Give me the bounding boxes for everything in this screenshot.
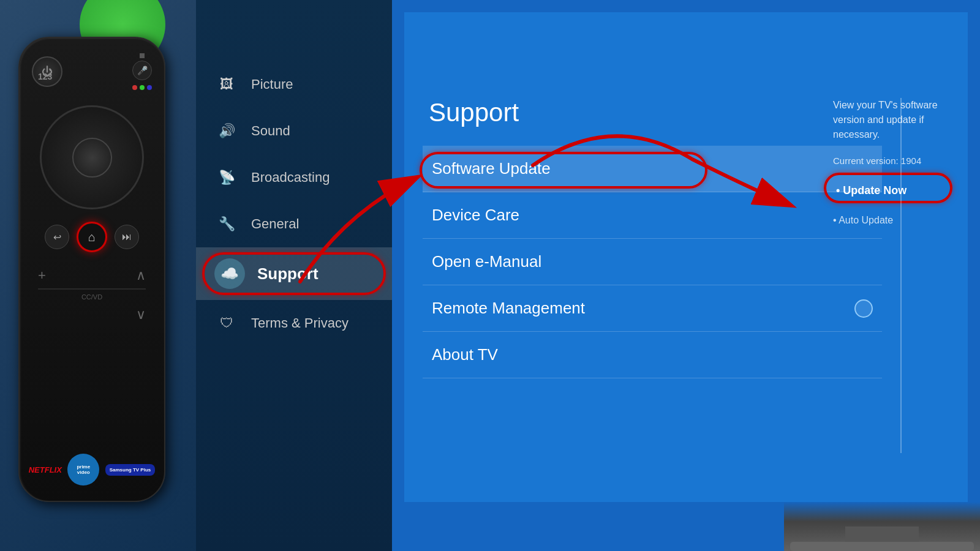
device-care-item[interactable]: Device Care bbox=[423, 192, 882, 239]
samsung-button[interactable]: Samsung TV Plus bbox=[105, 464, 156, 476]
picture-label: Picture bbox=[251, 77, 293, 92]
remote-management-toggle[interactable] bbox=[854, 299, 873, 318]
picture-icon: 🖼 bbox=[214, 72, 239, 97]
tv-stand bbox=[784, 502, 980, 551]
remote-control: 123 ⏻ 🎤 ↩ ⌂ ⏭ bbox=[18, 37, 178, 527]
open-emanual-item[interactable]: Open e-Manual bbox=[423, 239, 882, 285]
up-button[interactable]: ∧ bbox=[136, 268, 146, 283]
plus-button[interactable]: + bbox=[38, 268, 46, 283]
about-tv-label: About TV bbox=[432, 345, 498, 364]
info-panel: View your TV's software version and upda… bbox=[833, 98, 949, 228]
forward-button[interactable]: ⏭ bbox=[115, 225, 139, 249]
software-update-item[interactable]: Software Update bbox=[423, 146, 882, 192]
support-title: Support bbox=[423, 98, 882, 127]
tv-screen-panel: Support Software Update Device Care Open… bbox=[392, 0, 980, 551]
support-icon: ☁️ bbox=[214, 258, 245, 289]
settings-menu: 🖼 Picture 🔊 Sound 📡 Broadcasting 🔧 Gener… bbox=[196, 0, 404, 347]
emanual-label: Open e-Manual bbox=[432, 252, 541, 271]
info-description: View your TV's software version and upda… bbox=[833, 98, 949, 142]
sidebar-item-broadcasting[interactable]: 📡 Broadcasting bbox=[196, 154, 404, 201]
support-menu-list: Software Update Device Care Open e-Manua… bbox=[423, 146, 882, 378]
prime-label: prime video bbox=[70, 464, 97, 475]
terms-label: Terms & Privacy bbox=[251, 315, 349, 331]
sidebar-item-support[interactable]: ☁️ Support bbox=[196, 247, 404, 300]
nav-center-button[interactable] bbox=[72, 138, 112, 178]
sidebar-item-general[interactable]: 🔧 General bbox=[196, 201, 404, 247]
remote-management-label: Remote Management bbox=[432, 299, 585, 318]
samsung-label: Samsung TV Plus bbox=[110, 467, 151, 473]
remote-body: 123 ⏻ 🎤 ↩ ⌂ ⏭ bbox=[18, 37, 165, 502]
broadcasting-icon: 📡 bbox=[214, 165, 239, 190]
general-label: General bbox=[251, 216, 299, 232]
version-text: Current version: 1904 bbox=[833, 154, 949, 168]
update-now-label: • Update Now bbox=[836, 182, 907, 199]
home-button[interactable]: ⌂ bbox=[77, 222, 107, 252]
down-button[interactable]: ∨ bbox=[136, 307, 146, 323]
remote-management-item[interactable]: Remote Management bbox=[423, 285, 882, 332]
sidebar-item-sound[interactable]: 🔊 Sound bbox=[196, 108, 404, 154]
num-button[interactable]: 123 bbox=[38, 72, 52, 81]
update-now-container: • Update Now bbox=[833, 178, 949, 204]
nav-circle[interactable] bbox=[40, 105, 144, 209]
back-button[interactable]: ↩ bbox=[45, 225, 69, 249]
sound-label: Sound bbox=[251, 123, 290, 139]
tv-stand-base bbox=[790, 542, 974, 551]
netflix-button[interactable]: NETFLIX bbox=[29, 465, 62, 474]
about-tv-item[interactable]: About TV bbox=[423, 332, 882, 378]
auto-update-label: • Auto Update bbox=[833, 213, 949, 228]
tv-screen-area: Support Software Update Device Care Open… bbox=[404, 12, 968, 502]
support-label: Support bbox=[257, 264, 318, 283]
mic-button[interactable]: 🎤 bbox=[132, 61, 152, 80]
sound-icon: 🔊 bbox=[214, 119, 239, 143]
tv-menu-panel: 🖼 Picture 🔊 Sound 📡 Broadcasting 🔧 Gener… bbox=[196, 0, 404, 551]
support-section: Support Software Update Device Care Open… bbox=[423, 98, 882, 378]
update-now-button[interactable]: • Update Now bbox=[833, 178, 949, 204]
software-update-label: Software Update bbox=[432, 159, 551, 178]
cc-label: CC/VD bbox=[81, 293, 102, 301]
prime-video-button[interactable]: prime video bbox=[67, 454, 99, 485]
device-care-label: Device Care bbox=[432, 206, 519, 225]
volume-channel-area: + ∧ CC/VD ∨ bbox=[29, 268, 155, 323]
app-buttons-row: NETFLIX prime video Samsung TV Plus bbox=[20, 454, 164, 485]
control-buttons-row: ↩ ⌂ ⏭ bbox=[45, 222, 139, 252]
terms-icon: 🛡 bbox=[214, 311, 239, 335]
sidebar-item-terms[interactable]: 🛡 Terms & Privacy bbox=[196, 300, 404, 347]
sidebar-item-picture[interactable]: 🖼 Picture bbox=[196, 61, 404, 108]
broadcasting-label: Broadcasting bbox=[251, 170, 330, 186]
general-icon: 🔧 bbox=[214, 212, 239, 236]
panel-divider bbox=[900, 98, 902, 453]
mic-icon: 🎤 bbox=[137, 66, 148, 75]
